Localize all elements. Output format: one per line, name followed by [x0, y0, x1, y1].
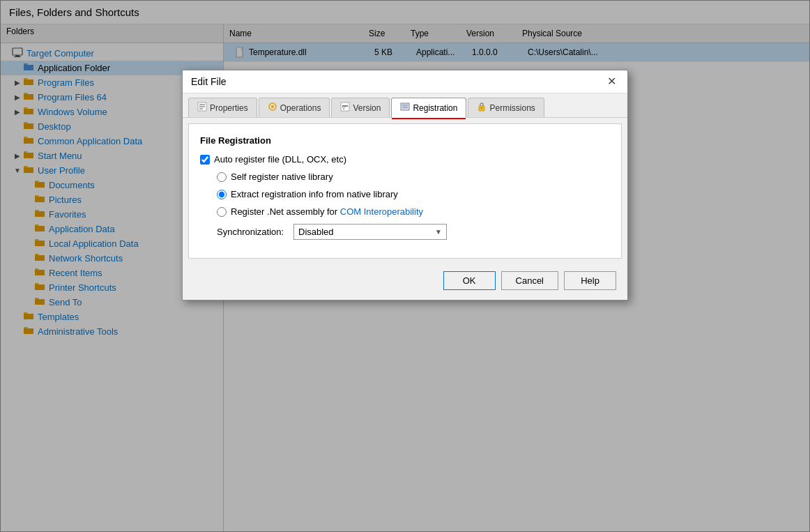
tab-label-operations: Operations: [280, 103, 321, 113]
sync-select[interactable]: Disabled ▼: [293, 224, 447, 240]
tab-registration[interactable]: Registration: [391, 98, 466, 118]
svg-text:V: V: [342, 106, 345, 110]
auto-register-row: Auto register file (DLL, OCX, etc): [200, 154, 610, 165]
modal-content-area: File Registration Auto register file (DL…: [188, 123, 622, 259]
svg-point-18: [481, 107, 482, 109]
tab-icon-registration: [400, 102, 410, 114]
modal-close-button[interactable]: ✕: [604, 76, 619, 87]
tab-label-registration: Registration: [413, 103, 457, 113]
cancel-button[interactable]: Cancel: [501, 271, 558, 290]
tab-operations[interactable]: Operations: [259, 98, 330, 117]
help-button[interactable]: Help: [564, 271, 616, 290]
radio-extract-registration[interactable]: [217, 190, 227, 199]
modal-footer: OK Cancel Help: [183, 264, 627, 300]
radio-options-container: Self register native libraryExtract regi…: [200, 172, 610, 217]
radio-label-self-register[interactable]: Self register native library: [231, 172, 333, 182]
radio-label-register-net[interactable]: Register .Net assembly for COM Interoper…: [231, 206, 423, 217]
modal-title: Edit File: [191, 76, 227, 87]
svg-rect-16: [402, 107, 408, 108]
radio-row-self-register: Self register native library: [200, 172, 610, 182]
svg-point-10: [271, 105, 274, 108]
tab-permissions[interactable]: Permissions: [468, 98, 544, 117]
sync-group: Synchronization: Disabled ▼: [200, 224, 610, 240]
radio-label-extract-registration[interactable]: Extract registration info from native li…: [231, 189, 398, 199]
section-title: File Registration: [200, 135, 610, 146]
tab-label-version: Version: [353, 103, 381, 113]
tab-icon-permissions: [477, 102, 487, 114]
radio-row-register-net: Register .Net assembly for COM Interoper…: [200, 206, 610, 217]
tab-label-permissions: Permissions: [489, 103, 535, 113]
auto-register-label[interactable]: Auto register file (DLL, OCX, etc): [214, 154, 346, 165]
tab-icon-version: V: [340, 102, 350, 114]
tab-icon-operations: [268, 102, 277, 114]
tab-icon-properties: [197, 102, 207, 114]
sync-value: Disabled: [298, 227, 334, 237]
edit-file-dialog: Edit File ✕ PropertiesOperationsVVersion…: [182, 70, 628, 301]
tab-properties[interactable]: Properties: [188, 98, 257, 117]
modal-title-bar: Edit File ✕: [183, 70, 627, 93]
sync-dropdown-arrow: ▼: [435, 228, 442, 236]
radio-self-register[interactable]: [217, 172, 227, 182]
sync-label: Synchronization:: [217, 227, 293, 237]
modal-overlay: Edit File ✕ PropertiesOperationsVVersion…: [0, 0, 810, 532]
auto-register-checkbox[interactable]: [200, 155, 210, 165]
svg-rect-15: [402, 105, 408, 106]
ok-button[interactable]: OK: [443, 271, 496, 290]
radio-row-extract-registration: Extract registration info from native li…: [200, 189, 610, 199]
tab-label-properties: Properties: [210, 103, 248, 113]
tabs-row: PropertiesOperationsVVersionRegistration…: [183, 93, 627, 118]
radio-register-net[interactable]: [217, 207, 227, 217]
tab-version[interactable]: VVersion: [331, 98, 390, 117]
